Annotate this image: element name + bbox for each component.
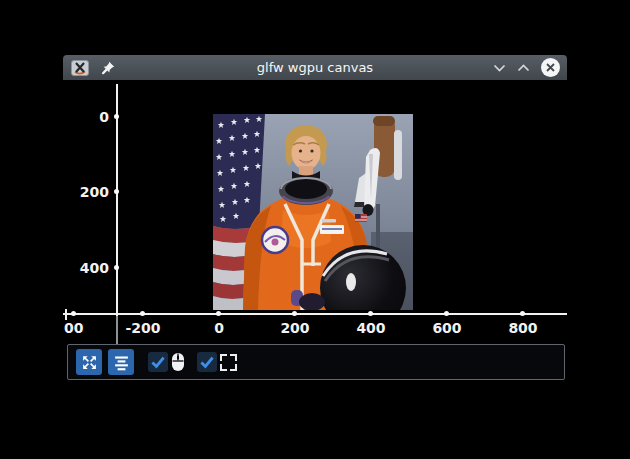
x-tick-dot bbox=[216, 311, 221, 316]
window-titlebar[interactable]: glfw wgpu canvas bbox=[63, 55, 567, 80]
pin-icon[interactable] bbox=[101, 61, 115, 75]
y-tick-dot bbox=[114, 265, 119, 270]
x-tick-label: 600 bbox=[432, 320, 461, 336]
align-center-icon bbox=[113, 354, 130, 371]
y-tick-label: 0 bbox=[63, 108, 109, 126]
x-tick-dot bbox=[368, 311, 373, 316]
y-tick-dot bbox=[114, 114, 119, 119]
align-center-button[interactable] bbox=[108, 349, 134, 375]
x-tick-dot bbox=[292, 311, 297, 316]
x-tick-label: 200 bbox=[280, 320, 309, 336]
panzoom-checkbox[interactable] bbox=[148, 352, 168, 372]
y-axis-line-lower bbox=[116, 316, 118, 347]
chevron-up-icon[interactable] bbox=[517, 63, 530, 73]
y-tick-label: 200 bbox=[63, 183, 109, 201]
x-tick-dot bbox=[444, 311, 449, 316]
chevron-down-icon[interactable] bbox=[493, 63, 506, 73]
close-button[interactable] bbox=[541, 58, 560, 77]
checkmark-icon bbox=[199, 354, 215, 370]
panzoom-toggle[interactable] bbox=[148, 352, 185, 372]
x-axis-end-cap bbox=[65, 309, 67, 320]
y-tick-label: 400 bbox=[63, 259, 109, 277]
window-title: glfw wgpu canvas bbox=[63, 60, 567, 75]
x-tick-dot bbox=[71, 311, 76, 316]
astronaut-photo bbox=[213, 114, 413, 310]
fullscreen-toggle[interactable] bbox=[197, 352, 237, 372]
plot-canvas[interactable]: 0 200 400 00 -200 0 200 400 600 800 bbox=[63, 80, 567, 380]
x-tick-label: 0 bbox=[214, 320, 224, 336]
close-icon bbox=[545, 62, 556, 73]
mouse-icon bbox=[171, 352, 185, 372]
expand-arrows-icon bbox=[81, 354, 98, 371]
fullscreen-icon bbox=[220, 354, 237, 371]
checkmark-icon bbox=[150, 354, 166, 370]
x-tick-label: 400 bbox=[356, 320, 385, 336]
app-logo-icon[interactable] bbox=[71, 60, 89, 76]
x-tick-label: 800 bbox=[508, 320, 537, 336]
fullscreen-checkbox[interactable] bbox=[197, 352, 217, 372]
expand-arrows-button[interactable] bbox=[76, 349, 102, 375]
x-tick-dot bbox=[520, 311, 525, 316]
y-tick-dot bbox=[114, 189, 119, 194]
x-tick-label: 00 bbox=[64, 320, 83, 336]
x-tick-dot bbox=[140, 311, 145, 316]
desktop-background: glfw wgpu canvas bbox=[0, 0, 630, 459]
x-tick-label: -200 bbox=[125, 320, 160, 336]
plot-toolbar bbox=[67, 344, 565, 380]
x-axis-line bbox=[63, 313, 567, 315]
